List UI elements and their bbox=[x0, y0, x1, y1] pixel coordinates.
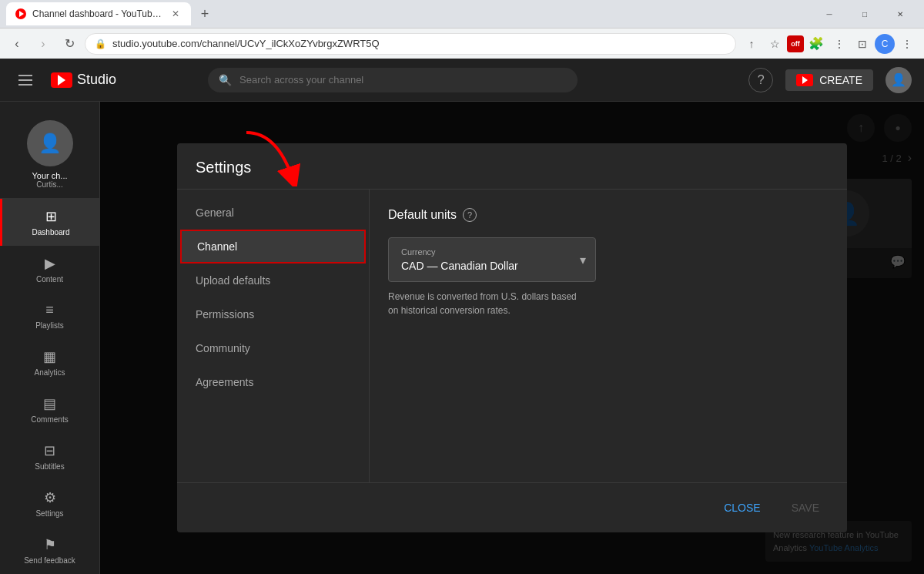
header-right: ? CREATE 👤 bbox=[748, 67, 912, 93]
browser-menu-icon[interactable]: ⋮ bbox=[896, 33, 918, 55]
tab-title: Channel dashboard - YouTube S... bbox=[32, 8, 163, 19]
window-controls: ─ □ ✕ bbox=[812, 0, 918, 28]
settings-nav-general[interactable]: General bbox=[177, 196, 369, 230]
upload-defaults-label: Upload defaults bbox=[196, 274, 270, 287]
yt-body: 👤 Your ch... Curtis... ⊞ Dashboard ▶ Con… bbox=[0, 102, 924, 574]
settings-nav-upload-defaults[interactable]: Upload defaults bbox=[177, 264, 369, 297]
channel-name: Your ch... bbox=[32, 171, 67, 180]
analytics-icon: ▦ bbox=[43, 348, 56, 365]
yt-header: Studio 🔍 ? CREATE 👤 bbox=[0, 59, 924, 102]
settings-dialog-title-bar: Settings bbox=[177, 143, 847, 190]
maximize-button[interactable]: □ bbox=[847, 0, 882, 28]
channel-avatar[interactable]: 👤 bbox=[27, 120, 73, 166]
sidebar-item-content[interactable]: ▶ Content bbox=[0, 246, 99, 293]
extensions-icon[interactable]: 🧩 bbox=[805, 33, 827, 55]
agreements-label: Agreements bbox=[196, 376, 253, 388]
save-button[interactable]: SAVE bbox=[782, 495, 829, 520]
settings-nav: General Channel Upload defaults bbox=[177, 190, 370, 482]
subtitles-icon: ⊟ bbox=[44, 442, 55, 459]
info-icon[interactable]: ? bbox=[463, 208, 477, 222]
sidebar-item-comments[interactable]: ▤ Comments bbox=[0, 386, 99, 433]
ext-icon-off[interactable]: off bbox=[787, 35, 804, 52]
settings-dialog-footer: CLOSE SAVE bbox=[177, 482, 847, 532]
bookmark-icon[interactable]: ☆ bbox=[764, 33, 785, 55]
sidebar-label-settings: Settings bbox=[35, 509, 63, 518]
address-bar[interactable]: 🔒 studio.youtube.com/channel/UCvY_ilCkXo… bbox=[85, 33, 736, 55]
create-label: CREATE bbox=[819, 74, 862, 86]
modal-overlay: Settings General Channel bbox=[100, 102, 924, 574]
user-avatar[interactable]: 👤 bbox=[886, 67, 912, 93]
currency-dropdown-value: CAD — Canadian Dollar bbox=[401, 260, 583, 272]
revenue-note: Revenue is converted from U.S. dollars b… bbox=[388, 290, 588, 317]
settings-nav-community[interactable]: Community bbox=[177, 331, 369, 365]
channel-label: Channel bbox=[197, 240, 237, 253]
hamburger-menu[interactable] bbox=[12, 69, 38, 92]
settings-nav-permissions[interactable]: Permissions bbox=[177, 297, 369, 331]
help-button[interactable]: ? bbox=[748, 68, 773, 92]
sidebar-item-analytics[interactable]: ▦ Analytics bbox=[0, 339, 99, 386]
search-input[interactable] bbox=[239, 74, 567, 86]
sidebar-label-analytics: Analytics bbox=[34, 368, 65, 377]
studio-label: Studio bbox=[77, 72, 116, 88]
share-icon[interactable]: ↑ bbox=[741, 33, 762, 55]
refresh-button[interactable]: ↻ bbox=[59, 33, 80, 55]
browser-tab-active[interactable]: Channel dashboard - YouTube S... ✕ bbox=[6, 2, 191, 25]
sidebar-item-feedback[interactable]: ⚑ Send feedback bbox=[0, 527, 99, 574]
settings-nav-agreements[interactable]: Agreements bbox=[177, 365, 369, 399]
dashboard-icon: ⊞ bbox=[45, 208, 57, 225]
settings-nav-channel[interactable]: Channel bbox=[180, 230, 366, 264]
create-button-icon bbox=[796, 74, 813, 86]
browser-title-bar: Channel dashboard - YouTube S... ✕ + ─ □… bbox=[0, 0, 924, 28]
channel-section: 👤 Your ch... Curtis... bbox=[0, 108, 99, 199]
settings-dialog-title: Settings bbox=[196, 159, 829, 176]
lock-icon: 🔒 bbox=[95, 39, 106, 49]
permissions-label: Permissions bbox=[196, 308, 254, 321]
url-text: studio.youtube.com/channel/UCvY_ilCkXoZY… bbox=[112, 38, 726, 49]
sidebar-item-playlists[interactable]: ≡ Playlists bbox=[0, 293, 99, 339]
sidebar-label-playlists: Playlists bbox=[35, 321, 64, 330]
section-title-text: Default units bbox=[388, 208, 457, 222]
search-icon: 🔍 bbox=[219, 74, 232, 86]
dropdown-arrow-icon: ▾ bbox=[580, 253, 586, 267]
tab-favicon bbox=[15, 8, 26, 19]
header-search[interactable]: 🔍 bbox=[208, 68, 578, 92]
settings-dialog-body: General Channel Upload defaults bbox=[177, 190, 847, 482]
sidebar-label-feedback: Send feedback bbox=[24, 556, 75, 565]
channel-sub: Curtis... bbox=[36, 180, 62, 189]
create-button[interactable]: CREATE bbox=[785, 69, 873, 91]
content-icon: ▶ bbox=[45, 255, 55, 272]
tab-close-icon[interactable]: ✕ bbox=[169, 8, 182, 20]
sidebar-label-comments: Comments bbox=[31, 415, 68, 424]
sidebar-label-dashboard: Dashboard bbox=[32, 228, 70, 237]
new-tab-button[interactable]: + bbox=[194, 3, 216, 25]
profile-avatar[interactable]: C bbox=[875, 34, 895, 54]
feedback-icon: ⚑ bbox=[44, 536, 56, 553]
forward-button[interactable]: › bbox=[32, 33, 54, 55]
browser-nav-bar: ‹ › ↻ 🔒 studio.youtube.com/channel/UCvY_… bbox=[0, 28, 924, 59]
settings-icon: ⚙ bbox=[44, 489, 56, 506]
currency-dropdown-label: Currency bbox=[401, 247, 583, 257]
sidebar-item-subtitles[interactable]: ⊟ Subtitles bbox=[0, 433, 99, 480]
settings-dialog-content: Default units ? Currency CAD — Canadian … bbox=[370, 190, 847, 482]
close-window-button[interactable]: ✕ bbox=[882, 0, 918, 28]
back-button[interactable]: ‹ bbox=[6, 33, 28, 55]
yt-studio-logo[interactable]: Studio bbox=[51, 72, 116, 88]
comments-icon: ▤ bbox=[43, 395, 56, 412]
sidebar-item-dashboard[interactable]: ⊞ Dashboard bbox=[0, 199, 99, 246]
nav-right-icons: ↑ ☆ off 🧩 ⋮ ⊡ C ⋮ bbox=[741, 33, 918, 55]
split-view-icon[interactable]: ⊡ bbox=[852, 33, 873, 55]
minimize-button[interactable]: ─ bbox=[812, 0, 847, 28]
general-label: General bbox=[196, 206, 234, 219]
default-units-section-title: Default units ? bbox=[388, 208, 829, 222]
settings-menu-icon[interactable]: ⋮ bbox=[829, 33, 850, 55]
yt-logo-icon bbox=[51, 72, 72, 88]
browser-chrome: Channel dashboard - YouTube S... ✕ + ─ □… bbox=[0, 0, 924, 59]
close-button[interactable]: CLOSE bbox=[715, 495, 769, 520]
community-label: Community bbox=[196, 342, 250, 354]
sidebar-label-content: Content bbox=[36, 275, 63, 284]
yt-studio-app: Studio 🔍 ? CREATE 👤 👤 Your ch... Curti bbox=[0, 59, 924, 574]
currency-dropdown[interactable]: Currency CAD — Canadian Dollar ▾ bbox=[388, 237, 596, 282]
sidebar-item-settings[interactable]: ⚙ Settings bbox=[0, 480, 99, 527]
sidebar: 👤 Your ch... Curtis... ⊞ Dashboard ▶ Con… bbox=[0, 102, 100, 574]
main-page-bg: ↑ ● 1 / 2 › 👤 💬 bbox=[100, 102, 924, 574]
